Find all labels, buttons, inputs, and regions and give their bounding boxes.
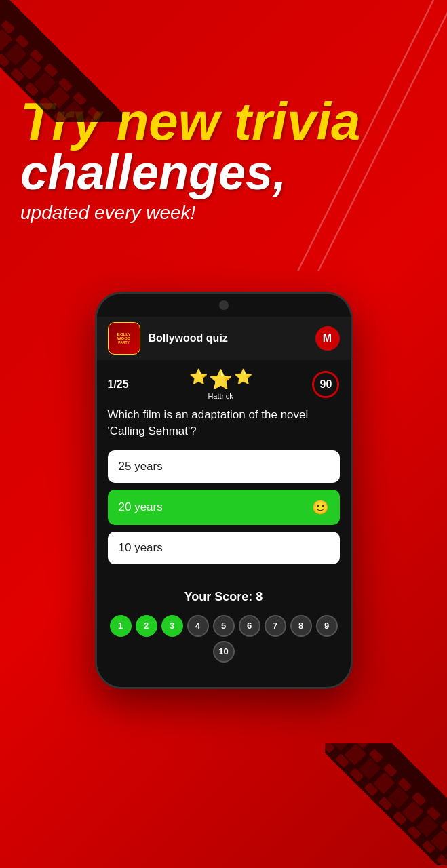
hero-subtitle: updated every week!: [20, 202, 427, 224]
star-2-large: ⭐: [209, 368, 233, 391]
answer-option-3[interactable]: 10 years: [108, 532, 340, 564]
phone-mockup: BOLLY WOOD PARTY Bollywood quiz M 1/25 ⭐: [95, 292, 353, 689]
phone-screen: BOLLY WOOD PARTY Bollywood quiz M 1/25 ⭐: [97, 310, 351, 687]
progress-dot-8[interactable]: 8: [290, 615, 312, 637]
hero-title-line2: challenges,: [20, 148, 427, 197]
quiz-content: 1/25 ⭐ ⭐ ⭐ Hattrick 90 Which film is an …: [97, 360, 351, 579]
user-avatar: M: [315, 326, 340, 351]
score-section: Your Score: 8: [97, 579, 351, 610]
question-number: 1/25: [108, 378, 129, 391]
stars-label: Hattrick: [208, 392, 233, 400]
phone-body: BOLLY WOOD PARTY Bollywood quiz M 1/25 ⭐: [95, 292, 353, 689]
phone-notch: [219, 300, 229, 310]
progress-dot-2[interactable]: 2: [136, 615, 157, 637]
progress-dot-6[interactable]: 6: [239, 615, 260, 637]
filmstrip-bottomright: [325, 743, 447, 868]
question-text: Which film is an adaptation of the novel…: [108, 407, 340, 439]
app-header: BOLLY WOOD PARTY Bollywood quiz M: [97, 317, 351, 360]
stars-section: ⭐ ⭐ ⭐ Hattrick: [189, 368, 252, 400]
app-title: Bollywood quiz: [140, 332, 315, 344]
progress-dot-3[interactable]: 3: [161, 615, 183, 637]
answer-option-2-emoji: 🙂: [312, 499, 329, 515]
app-icon: BOLLY WOOD PARTY: [108, 322, 140, 355]
progress-dot-9[interactable]: 9: [316, 615, 338, 637]
stars-row: ⭐ ⭐ ⭐: [189, 368, 252, 391]
quiz-meta: 1/25 ⭐ ⭐ ⭐ Hattrick 90: [108, 368, 340, 400]
answer-option-2-text: 20 years: [119, 500, 163, 514]
progress-dot-1[interactable]: 1: [110, 615, 132, 637]
progress-dot-5[interactable]: 5: [213, 615, 235, 637]
progress-section: 1 2 3 4 5 6 7 8 9 10: [97, 610, 351, 673]
star-3: ⭐: [234, 368, 252, 391]
progress-dot-10[interactable]: 10: [213, 641, 235, 663]
score-text: Your Score: 8: [108, 590, 340, 604]
answer-option-3-text: 10 years: [119, 541, 163, 555]
answer-option-1[interactable]: 25 years: [108, 450, 340, 483]
answer-option-1-text: 25 years: [119, 460, 163, 473]
timer: 90: [312, 371, 339, 398]
progress-dot-4[interactable]: 4: [187, 615, 209, 637]
answer-option-2[interactable]: 20 years 🙂: [108, 490, 340, 525]
filmstrip-topleft: [0, 0, 122, 125]
star-1: ⭐: [189, 368, 208, 391]
progress-dot-7[interactable]: 7: [265, 615, 286, 637]
